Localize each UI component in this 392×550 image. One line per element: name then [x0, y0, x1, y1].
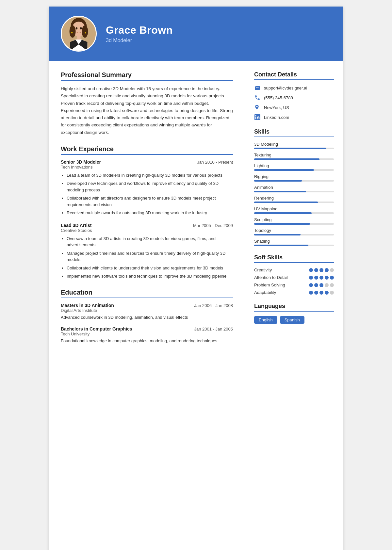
language-tag: Spanish: [280, 316, 304, 324]
skill-name: Rendering: [254, 196, 334, 201]
languages-list: EnglishSpanish: [254, 316, 334, 324]
skill-bar-background: [254, 191, 334, 192]
skill-name: Shading: [254, 239, 334, 244]
bullet-item: Implemented new software tools and techn…: [67, 273, 233, 280]
skill-bar-background: [254, 234, 334, 235]
skill-bar-fill: [254, 169, 314, 171]
skill-item: Topology: [254, 228, 334, 235]
skills-list: 3D Modeling Texturing Lighting Rigging A…: [254, 142, 334, 246]
dot: [309, 268, 313, 272]
dot: [319, 291, 323, 295]
skill-item: Shading: [254, 239, 334, 246]
job-header: Senior 3D Modeler Jan 2010 - Present: [61, 159, 233, 165]
skill-bar-fill: [254, 148, 326, 149]
bullet-item: Lead a team of 3D modelers in creating h…: [67, 172, 233, 179]
skill-bar-background: [254, 158, 334, 160]
job-company: Creative Studios: [61, 228, 233, 233]
dot: [314, 276, 318, 280]
svg-point-3: [70, 25, 76, 38]
avatar: [61, 16, 97, 52]
soft-skills-section: Soft Skills Creativity Attention to Deta…: [254, 254, 334, 295]
dots-container: [309, 283, 334, 287]
edu-header: Masters in 3D Animation Jan 2006 - Jan 2…: [61, 303, 233, 308]
dot: [319, 276, 323, 280]
bullet-item: Developed new techniques and workflows t…: [67, 180, 233, 193]
edu-dates: Jan 2006 - Jan 2008: [194, 303, 233, 308]
dots-container: [309, 268, 334, 272]
email-icon: [254, 85, 261, 91]
job-item: Senior 3D Modeler Jan 2010 - Present Tec…: [61, 159, 233, 216]
skill-bar-fill: [254, 180, 302, 182]
svg-point-11: [80, 27, 82, 30]
contact-item: (555) 345-6789: [254, 94, 334, 101]
dot: [325, 268, 329, 272]
svg-point-13: [85, 32, 86, 34]
skill-name: Topology: [254, 228, 334, 233]
skill-bar-fill: [254, 234, 301, 235]
soft-skills-list: Creativity Attention to Detail Problem S…: [254, 267, 334, 295]
edu-desc: Foundational knowledge in computer graph…: [61, 338, 233, 344]
header-info: Grace Brown 3d Modeler: [106, 24, 173, 43]
edu-header: Bachelors in Computer Graphics Jan 2001 …: [61, 326, 233, 332]
education-title: Education: [61, 289, 233, 298]
edu-item: Masters in 3D Animation Jan 2006 - Jan 2…: [61, 303, 233, 321]
contact-title: Contact Details: [254, 71, 334, 80]
education-list: Masters in 3D Animation Jan 2006 - Jan 2…: [61, 303, 233, 344]
job-title: Lead 3D Artist: [61, 223, 91, 228]
dot: [325, 283, 329, 287]
skill-name: Rigging: [254, 174, 334, 179]
skill-bar-fill: [254, 158, 319, 160]
soft-skill-name: Problem Solving: [254, 283, 285, 287]
linkedin-icon: [254, 114, 261, 121]
soft-skill-name: Creativity: [254, 267, 272, 272]
dot: [319, 268, 323, 272]
edu-desc: Advanced coursework in 3D modeling, anim…: [61, 314, 233, 321]
resume-container: Grace Brown 3d Modeler Professional Summ…: [49, 7, 343, 550]
left-column: Professional Summary Highly skilled and …: [49, 61, 245, 550]
body: Professional Summary Highly skilled and …: [49, 61, 343, 550]
dot: [325, 276, 329, 280]
education-section: Education Masters in 3D Animation Jan 20…: [61, 289, 233, 344]
work-experience-section: Work Experience Senior 3D Modeler Jan 20…: [61, 145, 233, 280]
skill-item: Texturing: [254, 153, 334, 160]
soft-skill-item: Adaptability: [254, 290, 334, 295]
job-bullets: Oversaw a team of 3D artists in creating…: [61, 235, 233, 280]
bullet-item: Received multiple awards for outstanding…: [67, 210, 233, 216]
edu-dates: Jan 2001 - Jan 2005: [194, 327, 233, 332]
skill-name: Texturing: [254, 153, 334, 157]
contact-section: Contact Details support@cvdesigner.ai (5…: [254, 71, 334, 121]
bullet-item: Collaborated with art directors and desi…: [67, 195, 233, 208]
summary-section: Professional Summary Highly skilled and …: [61, 71, 233, 136]
contact-item: NewYork, US: [254, 104, 334, 111]
skill-bar-background: [254, 202, 334, 203]
soft-skill-item: Creativity: [254, 267, 334, 272]
dot: [319, 283, 323, 287]
skill-item: UV Mapping: [254, 206, 334, 214]
soft-skill-item: Attention to Detail: [254, 275, 334, 280]
contact-list: support@cvdesigner.ai (555) 345-6789 New…: [254, 85, 334, 121]
bullet-item: Managed project timelines and resources …: [67, 250, 233, 263]
languages-title: Languages: [254, 303, 334, 312]
edu-degree: Bachelors in Computer Graphics: [61, 326, 132, 332]
contact-value: NewYork, US: [264, 105, 289, 110]
work-experience-title: Work Experience: [61, 145, 233, 155]
dot: [314, 291, 318, 295]
edu-school: Digital Arts Institute: [61, 308, 233, 313]
skill-item: Rigging: [254, 174, 334, 182]
header: Grace Brown 3d Modeler: [49, 7, 343, 61]
job-header: Lead 3D Artist Mar 2005 - Dec 2009: [61, 223, 233, 228]
skill-bar-background: [254, 148, 334, 149]
summary-text: Highly skilled and creative 3D Modeler w…: [61, 85, 233, 136]
skill-bar-background: [254, 245, 334, 246]
skill-bar-background: [254, 212, 334, 214]
skills-section: Skills 3D Modeling Texturing Lighting Ri…: [254, 128, 334, 246]
contact-value: LinkedIn.com: [264, 115, 289, 120]
job-title: Senior 3D Modeler: [61, 159, 101, 165]
dot: [330, 276, 334, 280]
language-tag: English: [254, 316, 277, 324]
skill-bar-background: [254, 223, 334, 225]
header-name: Grace Brown: [106, 24, 173, 36]
contact-item: LinkedIn.com: [254, 114, 334, 121]
dot: [314, 283, 318, 287]
skill-bar-background: [254, 169, 334, 171]
